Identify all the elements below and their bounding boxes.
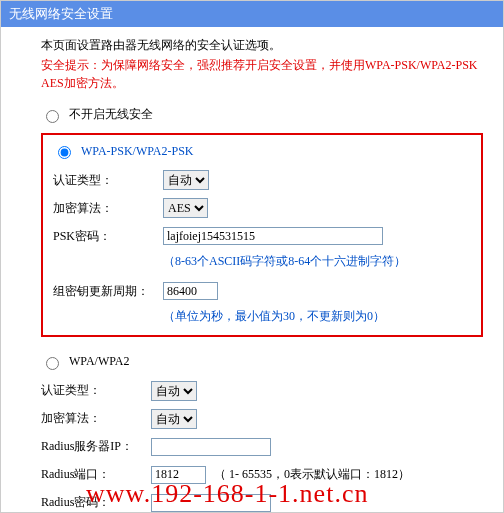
input-radius-pwd[interactable]	[151, 494, 271, 512]
option-wpa-row: WPA/WPA2	[41, 353, 483, 369]
security-warning: 安全提示：为保障网络安全，强烈推荐开启安全设置，并使用WPA-PSK/WPA2-…	[41, 56, 483, 92]
hint-group-key-1: （单位为秒，最小值为30，不更新则为0）	[163, 308, 471, 325]
label-auth-type-2: 认证类型：	[41, 382, 151, 399]
hint-radius-port: （ 1- 65535，0表示默认端口：1812）	[214, 466, 410, 483]
content-area: 本页面设置路由器无线网络的安全认证选项。 安全提示：为保障网络安全，强烈推荐开启…	[1, 27, 503, 513]
input-radius-ip[interactable]	[151, 438, 271, 456]
option-none-row: 不开启无线安全	[41, 106, 483, 123]
label-group-key-1: 组密钥更新周期：	[53, 283, 163, 300]
label-auth-type: 认证类型：	[53, 172, 163, 189]
select-encrypt-2[interactable]: 自动	[151, 409, 197, 429]
radio-none[interactable]	[46, 110, 59, 123]
intro-text: 本页面设置路由器无线网络的安全认证选项。	[41, 37, 483, 54]
select-encrypt-1[interactable]: AES	[163, 198, 208, 218]
label-psk: PSK密码：	[53, 228, 163, 245]
radio-wpapsk-label: WPA-PSK/WPA2-PSK	[81, 144, 193, 158]
label-radius-ip: Radius服务器IP：	[41, 438, 151, 455]
label-radius-pwd: Radius密码：	[41, 494, 151, 511]
radio-none-label: 不开启无线安全	[69, 107, 153, 121]
select-auth-type-2[interactable]: 自动	[151, 381, 197, 401]
hint-psk: （8-63个ASCII码字符或8-64个十六进制字符）	[163, 253, 471, 270]
input-radius-port[interactable]	[151, 466, 206, 484]
page-title: 无线网络安全设置	[9, 6, 113, 21]
wpapsk-section: WPA-PSK/WPA2-PSK 认证类型： 自动 加密算法： AES PSK密…	[41, 133, 483, 337]
label-radius-port: Radius端口：	[41, 466, 151, 483]
radio-wpa-label: WPA/WPA2	[69, 354, 129, 368]
select-auth-type-1[interactable]: 自动	[163, 170, 209, 190]
radio-wpapsk[interactable]	[58, 146, 71, 159]
input-group-key-1[interactable]	[163, 282, 218, 300]
label-encrypt: 加密算法：	[53, 200, 163, 217]
input-psk[interactable]	[163, 227, 383, 245]
title-bar: 无线网络安全设置	[1, 1, 503, 27]
radio-wpa[interactable]	[46, 357, 59, 370]
label-encrypt-2: 加密算法：	[41, 410, 151, 427]
option-wpapsk-row: WPA-PSK/WPA2-PSK	[53, 143, 471, 159]
